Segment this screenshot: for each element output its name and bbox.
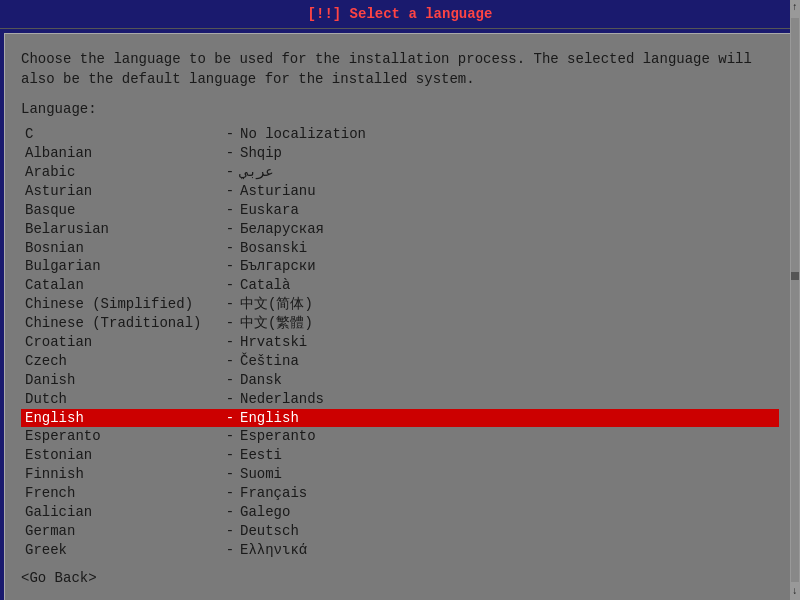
- language-item[interactable]: German-Deutsch: [21, 522, 779, 541]
- lang-dash: -: [220, 465, 240, 484]
- go-back-button[interactable]: <Go Back>: [21, 570, 779, 586]
- lang-native: Euskara: [240, 201, 299, 220]
- language-item[interactable]: English-English: [21, 409, 779, 428]
- language-item[interactable]: Albanian-Shqip: [21, 144, 779, 163]
- lang-dash: -: [220, 409, 240, 428]
- lang-dash: -: [220, 503, 240, 522]
- lang-native: Ελληνικά: [240, 541, 307, 560]
- language-item[interactable]: Czech-Čeština: [21, 352, 779, 371]
- list-and-scroll: C-No localizationAlbanian-ShqipArabic-عر…: [21, 125, 779, 559]
- desc-line1: Choose the language to be used for the i…: [21, 50, 779, 70]
- lang-dash: -: [220, 352, 240, 371]
- lang-name: Arabic: [25, 163, 220, 182]
- lang-dash: -: [220, 314, 240, 333]
- title-text: [!!] Select a language: [308, 6, 493, 22]
- description: Choose the language to be used for the i…: [21, 50, 779, 89]
- language-item[interactable]: Basque-Euskara: [21, 201, 779, 220]
- lang-name: Basque: [25, 201, 220, 220]
- lang-native: 中文(繁體): [240, 314, 313, 333]
- lang-dash: -: [220, 295, 240, 314]
- lang-name: Belarusian: [25, 220, 220, 239]
- language-item[interactable]: Belarusian-Беларуская: [21, 220, 779, 239]
- language-item[interactable]: French-Français: [21, 484, 779, 503]
- lang-native: Čeština: [240, 352, 299, 371]
- lang-name: Catalan: [25, 276, 220, 295]
- lang-native: No localization: [240, 125, 366, 144]
- lang-name: Albanian: [25, 144, 220, 163]
- language-list[interactable]: C-No localizationAlbanian-ShqipArabic-عر…: [21, 125, 779, 559]
- lang-name: C: [25, 125, 220, 144]
- lang-native: 中文(简体): [240, 295, 313, 314]
- lang-native: Shqip: [240, 144, 282, 163]
- lang-native: Galego: [240, 503, 290, 522]
- lang-native: عربي: [240, 163, 274, 182]
- lang-native: Suomi: [240, 465, 282, 484]
- desc-line2: also be the default language for the ins…: [21, 70, 779, 90]
- language-item[interactable]: Chinese (Traditional)-中文(繁體): [21, 314, 779, 333]
- screen: [!!] Select a language Choose the langua…: [0, 0, 800, 600]
- lang-dash: -: [220, 522, 240, 541]
- lang-native: Asturianu: [240, 182, 316, 201]
- language-item[interactable]: Asturian-Asturianu: [21, 182, 779, 201]
- lang-native: Esperanto: [240, 427, 316, 446]
- lang-dash: -: [220, 125, 240, 144]
- language-item[interactable]: Croatian-Hrvatski: [21, 333, 779, 352]
- lang-native: Български: [240, 257, 316, 276]
- lang-native: Беларуская: [240, 220, 324, 239]
- language-item[interactable]: Greek-Ελληνικά: [21, 541, 779, 560]
- language-item[interactable]: Bosnian-Bosanski: [21, 239, 779, 258]
- lang-native: Eesti: [240, 446, 282, 465]
- lang-name: Danish: [25, 371, 220, 390]
- lang-dash: -: [220, 484, 240, 503]
- lang-name: Greek: [25, 541, 220, 560]
- lang-native: Bosanski: [240, 239, 307, 258]
- lang-name: Asturian: [25, 182, 220, 201]
- lang-native: Nederlands: [240, 390, 324, 409]
- language-item[interactable]: Danish-Dansk: [21, 371, 779, 390]
- lang-dash: -: [220, 144, 240, 163]
- lang-name: Bosnian: [25, 239, 220, 258]
- language-item[interactable]: Finnish-Suomi: [21, 465, 779, 484]
- language-item[interactable]: Catalan-Català: [21, 276, 779, 295]
- lang-native: Deutsch: [240, 522, 299, 541]
- lang-name: Czech: [25, 352, 220, 371]
- lang-name: Esperanto: [25, 427, 220, 446]
- language-item[interactable]: Esperanto-Esperanto: [21, 427, 779, 446]
- items-area: C-No localizationAlbanian-ShqipArabic-عر…: [21, 125, 779, 559]
- lang-name: German: [25, 522, 220, 541]
- lang-name: Bulgarian: [25, 257, 220, 276]
- lang-name: Croatian: [25, 333, 220, 352]
- lang-name: Estonian: [25, 446, 220, 465]
- lang-native: Català: [240, 276, 290, 295]
- language-item[interactable]: Dutch-Nederlands: [21, 390, 779, 409]
- language-item[interactable]: Estonian-Eesti: [21, 446, 779, 465]
- lang-native: English: [240, 409, 299, 428]
- lang-dash: -: [220, 446, 240, 465]
- lang-native: Dansk: [240, 371, 282, 390]
- lang-dash: -: [220, 541, 240, 560]
- lang-dash: -: [220, 276, 240, 295]
- lang-name: English: [25, 409, 220, 428]
- lang-name: Chinese (Simplified): [25, 295, 220, 314]
- lang-dash: -: [220, 371, 240, 390]
- lang-dash: -: [220, 239, 240, 258]
- lang-dash: -: [220, 220, 240, 239]
- lang-name: Dutch: [25, 390, 220, 409]
- lang-name: Finnish: [25, 465, 220, 484]
- lang-native: Français: [240, 484, 307, 503]
- lang-dash: -: [220, 257, 240, 276]
- lang-dash: -: [220, 201, 240, 220]
- lang-name: French: [25, 484, 220, 503]
- language-item[interactable]: Arabic-عربي: [21, 163, 779, 182]
- language-item[interactable]: Chinese (Simplified)-中文(简体): [21, 295, 779, 314]
- language-item[interactable]: Bulgarian-Български: [21, 257, 779, 276]
- lang-name: Galician: [25, 503, 220, 522]
- title-bar: [!!] Select a language: [0, 0, 800, 29]
- language-label: Language:: [21, 101, 779, 117]
- main-content: Choose the language to be used for the i…: [4, 33, 796, 600]
- language-item[interactable]: Galician-Galego: [21, 503, 779, 522]
- language-item[interactable]: C-No localization: [21, 125, 779, 144]
- lang-native: Hrvatski: [240, 333, 307, 352]
- lang-dash: -: [220, 427, 240, 446]
- lang-dash: -: [220, 390, 240, 409]
